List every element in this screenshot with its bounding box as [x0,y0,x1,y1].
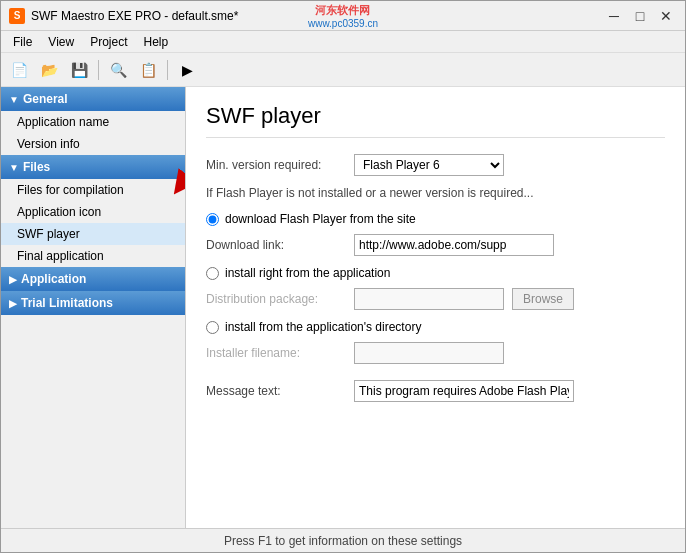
radio-install-right[interactable] [206,267,219,280]
sidebar-item-app-icon[interactable]: Application icon [1,201,185,223]
distrib-input [354,288,504,310]
minimize-button[interactable]: ─ [603,5,625,27]
sidebar-section-trial[interactable]: ▶ Trial Limitations [1,291,185,315]
radio-install-dir[interactable] [206,321,219,334]
general-label: General [23,92,68,106]
toolbar-save[interactable]: 💾 [65,56,93,84]
radio-download-label: download Flash Player from the site [225,212,416,226]
content-panel: SWF player Min. version required: Flash … [186,87,685,528]
download-link-row: Download link: [206,234,665,256]
titlebar: S SWF Maestro EXE PRO - default.sme* 河东软… [1,1,685,31]
toolbar-open[interactable]: 📂 [35,56,63,84]
toolbar-copy[interactable]: 📋 [134,56,162,84]
menubar: File View Project Help [1,31,685,53]
radio-install-dir-row: install from the application's directory [206,320,665,334]
menu-project[interactable]: Project [82,33,135,51]
message-row: Message text: [206,380,665,402]
files-arrow-icon: ▼ [9,162,19,173]
download-link-input[interactable] [354,234,554,256]
sidebar-item-app-name[interactable]: Application name [1,111,185,133]
toolbar-run[interactable]: ▶ [173,56,201,84]
distrib-label: Distribution package: [206,292,346,306]
sidebar-section-general[interactable]: ▼ General [1,87,185,111]
sidebar-item-version-info[interactable]: Version info [1,133,185,155]
application-arrow-icon: ▶ [9,274,17,285]
toolbar-separator-2 [167,60,168,80]
files-label: Files [23,160,50,174]
radio-download-row: download Flash Player from the site [206,212,665,226]
menu-file[interactable]: File [5,33,40,51]
sidebar-item-swf-player[interactable]: SWF player [1,223,185,245]
installer-label: Installer filename: [206,346,346,360]
installer-input [354,342,504,364]
maximize-button[interactable]: □ [629,5,651,27]
app-icon: S [9,8,25,24]
browse-button[interactable]: Browse [512,288,574,310]
message-label: Message text: [206,384,346,398]
close-button[interactable]: ✕ [655,5,677,27]
radio-install-dir-label: install from the application's directory [225,320,421,334]
radio-download[interactable] [206,213,219,226]
window-title: SWF Maestro EXE PRO - default.sme* [31,9,603,23]
trial-arrow-icon: ▶ [9,298,17,309]
message-input[interactable] [354,380,574,402]
sidebar-item-files-compilation[interactable]: Files for compilation [1,179,185,201]
main-area: ▼ General Application name Version info [1,87,685,528]
page-title: SWF player [206,103,665,138]
radio-install-right-label: install right from the application [225,266,390,280]
trial-label: Trial Limitations [21,296,113,310]
toolbar: 📄 📂 💾 🔍 📋 ▶ [1,53,685,87]
sidebar: ▼ General Application name Version info [1,87,186,528]
toolbar-new[interactable]: 📄 [5,56,33,84]
toolbar-search[interactable]: 🔍 [104,56,132,84]
general-arrow-icon: ▼ [9,94,19,105]
window-controls: ─ □ ✕ [603,5,677,27]
main-window: S SWF Maestro EXE PRO - default.sme* 河东软… [0,0,686,553]
distrib-row: Distribution package: Browse [206,288,665,310]
status-text: Press F1 to get information on these set… [224,534,462,548]
application-label: Application [21,272,86,286]
installer-row: Installer filename: [206,342,665,364]
sidebar-item-final-app[interactable]: Final application [1,245,185,267]
min-version-row: Min. version required: Flash Player 6 Fl… [206,154,665,176]
download-link-label: Download link: [206,238,346,252]
sidebar-section-files[interactable]: ▼ Files [1,155,185,179]
min-version-select[interactable]: Flash Player 6 Flash Player 7 Flash Play… [354,154,504,176]
menu-view[interactable]: View [40,33,82,51]
info-text: If Flash Player is not installed or a ne… [206,186,665,200]
toolbar-separator-1 [98,60,99,80]
min-version-label: Min. version required: [206,158,346,172]
menu-help[interactable]: Help [136,33,177,51]
sidebar-section-application[interactable]: ▶ Application [1,267,185,291]
statusbar: Press F1 to get information on these set… [1,528,685,552]
radio-install-right-row: install right from the application [206,266,665,280]
